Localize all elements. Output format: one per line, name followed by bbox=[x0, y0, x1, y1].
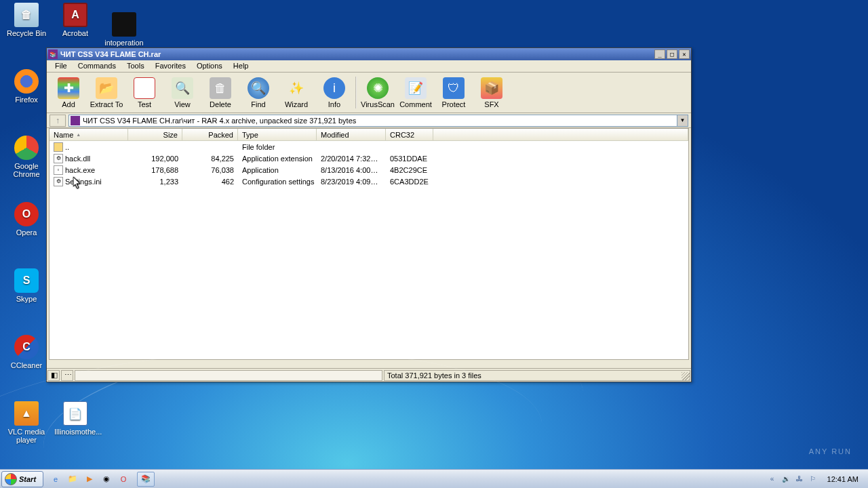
desktop-icon-opera[interactable]: OOpera bbox=[5, 202, 47, 237]
cell-packed: 76,038 bbox=[182, 166, 238, 174]
desktop-icon-label: Google Chrome bbox=[5, 162, 47, 178]
column-packed[interactable]: Packed bbox=[182, 129, 238, 140]
windows-logo-icon bbox=[5, 473, 17, 485]
flag-icon[interactable]: ⚐ bbox=[808, 474, 818, 484]
column-crc32[interactable]: CRC32 bbox=[386, 129, 433, 140]
exe-icon: ▫ bbox=[54, 165, 63, 175]
desktop-icon-label: Illinoismothe... bbox=[54, 428, 96, 436]
menu-help[interactable]: Help bbox=[228, 60, 254, 72]
media-icon[interactable]: ▶ bbox=[81, 472, 98, 487]
toolbar-label: VirusScan bbox=[361, 100, 395, 108]
menu-tools[interactable]: Tools bbox=[121, 60, 150, 72]
desktop-icon-ccleaner[interactable]: CCCleaner bbox=[5, 335, 47, 369]
column-type[interactable]: Type bbox=[238, 129, 317, 140]
status-slider[interactable] bbox=[75, 370, 382, 381]
path-text: ЧИТ CSS V34 FLAME CH.rar\чит - RAR 4.x a… bbox=[83, 117, 356, 125]
test-icon: ✔ bbox=[134, 77, 155, 99]
cell-type: Application extension bbox=[238, 155, 317, 163]
menu-options[interactable]: Options bbox=[191, 60, 228, 72]
delete-icon: 🗑 bbox=[210, 77, 231, 99]
column-headers: Name▲SizePackedTypeModifiedCRC32 bbox=[50, 129, 688, 141]
doc-icon: 📄 bbox=[63, 401, 87, 426]
ie-icon[interactable]: e bbox=[47, 472, 64, 487]
menu-file[interactable]: File bbox=[50, 60, 73, 72]
cell-crc: 4B2C29CE bbox=[386, 166, 433, 174]
info-icon: i bbox=[323, 77, 345, 99]
winrar-icon: 📚 bbox=[48, 49, 58, 59]
cell-size: 192,000 bbox=[128, 155, 182, 163]
virus-icon: ✺ bbox=[367, 77, 389, 99]
desktop-icon-firefox[interactable]: Firefox bbox=[5, 69, 47, 104]
toolbar-info-button[interactable]: iInfo bbox=[316, 75, 353, 110]
winrar-task[interactable]: 📚 bbox=[137, 472, 155, 487]
toolbar-add-button[interactable]: ✚Add bbox=[50, 75, 87, 110]
cell-type: Configuration settings bbox=[238, 178, 317, 186]
toolbar-find-button[interactable]: 🔍Find bbox=[240, 75, 277, 110]
comment-icon: 📝 bbox=[405, 77, 427, 99]
up-button[interactable]: ↑ bbox=[50, 115, 66, 127]
chrome-ql-icon[interactable]: ◉ bbox=[98, 472, 115, 487]
file-row[interactable]: ..File folder bbox=[50, 141, 688, 152]
path-combo[interactable]: ЧИТ CSS V34 FLAME CH.rar\чит - RAR 4.x a… bbox=[68, 115, 688, 127]
maximize-button[interactable]: □ bbox=[667, 49, 677, 59]
winrar-window: 📚 ЧИТ CSS V34 FLAME CH.rar _ □ ✕ FileCom… bbox=[46, 47, 692, 382]
file-row[interactable]: ⚙Settings.ini1,233462Configuration setti… bbox=[50, 176, 688, 187]
view-icon: 🔍 bbox=[172, 77, 193, 99]
desktop-icon-skype[interactable]: SSkype bbox=[5, 268, 47, 303]
titlebar[interactable]: 📚 ЧИТ CSS V34 FLAME CH.rar _ □ ✕ bbox=[47, 48, 691, 60]
desktop-icon-label: Firefox bbox=[5, 96, 47, 104]
desktop-icon-acrobat[interactable]: AAcrobat bbox=[54, 3, 96, 37]
minimize-button[interactable]: _ bbox=[654, 49, 665, 59]
tray-chevron-icon[interactable]: « bbox=[768, 474, 777, 484]
protect-icon: 🛡 bbox=[443, 77, 465, 99]
taskbar: Start e 📁 ▶ ◉ O 📚 « 🔉 🖧 ⚐ 12:41 AM bbox=[0, 469, 868, 488]
system-tray: « 🔉 🖧 ⚐ 12:41 AM bbox=[764, 474, 868, 484]
anyrun-watermark: ANY RUN bbox=[809, 447, 852, 455]
file-row[interactable]: ⚙hack.dll192,00084,225Application extens… bbox=[50, 152, 688, 164]
toolbar-delete-button[interactable]: 🗑Delete bbox=[202, 75, 239, 110]
desktop-icon-vlc[interactable]: ▲VLC media player bbox=[5, 401, 47, 444]
toolbar-test-button[interactable]: ✔Test bbox=[126, 75, 163, 110]
menubar: FileCommandsToolsFavoritesOptionsHelp bbox=[47, 60, 691, 73]
desktop-icon-blackbox[interactable]: intoperation bbox=[103, 12, 145, 47]
ini-icon: ⚙ bbox=[54, 177, 63, 186]
column-size[interactable]: Size bbox=[128, 129, 182, 140]
resize-grip-icon[interactable] bbox=[682, 372, 690, 380]
cell-modified: 8/13/2016 4:00… bbox=[317, 166, 386, 174]
cell-modified: 2/20/2014 7:32… bbox=[317, 155, 386, 163]
toolbar-label: View bbox=[174, 100, 191, 108]
menu-favorites[interactable]: Favorites bbox=[150, 60, 191, 72]
path-dropdown-icon[interactable]: ▼ bbox=[677, 115, 688, 126]
toolbar-protect-button[interactable]: 🛡Protect bbox=[435, 75, 472, 110]
file-row[interactable]: ▫hack.exe178,68876,038Application8/13/20… bbox=[50, 164, 688, 176]
close-button[interactable]: ✕ bbox=[679, 49, 690, 59]
tray-clock[interactable]: 12:41 AM bbox=[822, 475, 864, 483]
find-icon: 🔍 bbox=[248, 77, 269, 99]
desktop-icon-label: VLC media player bbox=[5, 428, 47, 444]
cell-packed: 84,225 bbox=[182, 155, 238, 163]
explorer-icon[interactable]: 📁 bbox=[64, 472, 81, 487]
desktop-icon-label: intoperation bbox=[103, 39, 145, 47]
desktop-icon-recycle[interactable]: 🗑Recycle Bin bbox=[5, 3, 47, 37]
start-button[interactable]: Start bbox=[1, 471, 43, 487]
column-spacer bbox=[433, 129, 688, 140]
desktop-icon-doc[interactable]: 📄Illinoismothe... bbox=[54, 401, 96, 436]
desktop-icon-chrome[interactable]: Google Chrome bbox=[5, 136, 47, 178]
menu-commands[interactable]: Commands bbox=[73, 60, 121, 72]
column-name[interactable]: Name▲ bbox=[50, 129, 128, 140]
toolbar-sfx-button[interactable]: 📦SFX bbox=[473, 75, 510, 110]
statusbar: ◧ ⋯ Total 371,921 bytes in 3 files bbox=[47, 368, 691, 382]
toolbar-wizard-button[interactable]: ✨Wizard bbox=[278, 75, 315, 110]
toolbar-view-button[interactable]: 🔍View bbox=[164, 75, 201, 110]
toolbar-extract-button[interactable]: 📂Extract To bbox=[88, 75, 125, 110]
opera-ql-icon[interactable]: O bbox=[115, 472, 132, 487]
status-icon-1[interactable]: ◧ bbox=[47, 370, 60, 381]
wizard-icon: ✨ bbox=[285, 77, 307, 99]
status-icon-2[interactable]: ⋯ bbox=[61, 370, 73, 381]
volume-icon[interactable]: 🔉 bbox=[781, 474, 791, 484]
toolbar-virus-button[interactable]: ✺VirusScan bbox=[359, 75, 396, 110]
desktop-icon-label: Recycle Bin bbox=[5, 29, 47, 37]
network-icon[interactable]: 🖧 bbox=[795, 474, 804, 484]
column-modified[interactable]: Modified bbox=[317, 129, 386, 140]
toolbar-comment-button[interactable]: 📝Comment bbox=[397, 75, 434, 110]
